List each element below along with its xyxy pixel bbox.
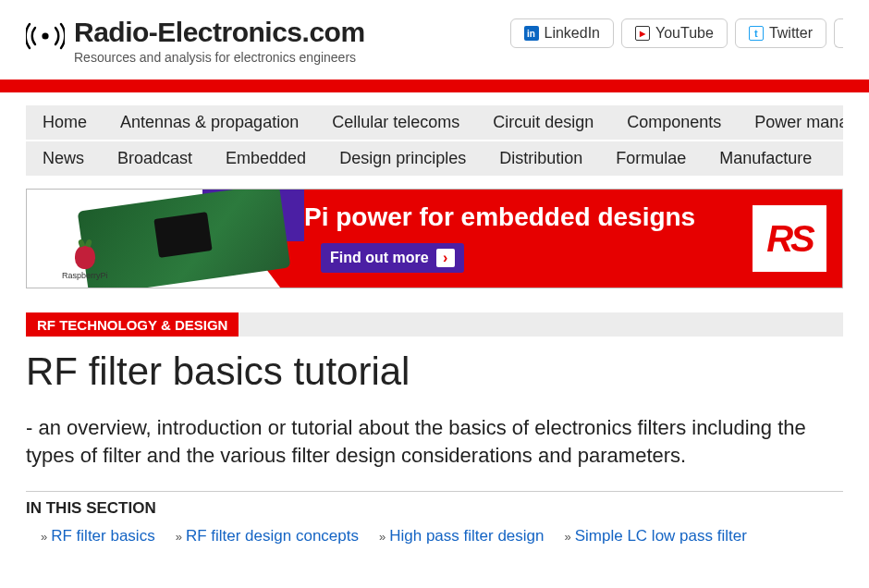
section-link[interactable]: RF filter design concepts: [186, 527, 359, 545]
article: RF filter basics tutorial - an overview,…: [26, 349, 843, 545]
social-more-button[interactable]: [834, 18, 843, 48]
nav-item[interactable]: Home: [26, 105, 104, 140]
raspberry-pi-logo: RaspberryPi: [62, 245, 108, 280]
section-link-item: »Simple LC low pass filter: [564, 527, 746, 545]
cta-label: Find out more: [330, 250, 429, 266]
social-label: YouTube: [655, 25, 714, 42]
ad-banner[interactable]: RaspberryPi Pi power for embedded design…: [26, 189, 843, 288]
youtube-icon: [635, 26, 650, 41]
linkedin-icon: [524, 26, 539, 41]
linkedin-button[interactable]: LinkedIn: [510, 18, 615, 48]
nav-item[interactable]: Broadcast: [101, 141, 209, 176]
social-bar: LinkedIn YouTube Twitter: [510, 17, 844, 48]
section-link-item: »RF filter basics: [41, 527, 155, 545]
section-link-item: »High pass filter design: [379, 527, 545, 545]
radio-wave-icon: [26, 18, 65, 57]
nav-item[interactable]: Embedded: [209, 141, 323, 176]
page-title: RF filter basics tutorial: [26, 349, 843, 394]
banner-cta-button[interactable]: Find out more ›: [321, 243, 464, 273]
site-name: Radio-Electronics.com: [74, 17, 365, 48]
chip-graphic: [153, 212, 212, 258]
banner-headline: Pi power for embedded designs: [304, 202, 695, 232]
pi-label: RaspberryPi: [62, 271, 108, 280]
raspberry-icon: [75, 245, 95, 269]
nav-row-1: HomeAntennas & propagationCellular telec…: [26, 105, 843, 141]
article-subtitle: - an overview, introduction or tutorial …: [26, 414, 843, 469]
nav-item[interactable]: Antennas & propagation: [104, 105, 315, 140]
section-link[interactable]: Simple LC low pass filter: [575, 527, 747, 545]
accent-bar: [0, 80, 869, 92]
chevron-right-double-icon: »: [379, 530, 384, 544]
nav-item[interactable]: Cellular telecoms: [315, 105, 476, 140]
chevron-right-double-icon: »: [176, 530, 180, 544]
section-link-item: »RF filter design concepts: [176, 527, 359, 545]
chevron-right-double-icon: »: [564, 530, 569, 544]
nav-row-2: NewsBroadcastEmbeddedDesign principlesDi…: [26, 141, 843, 176]
category-bar: RF TECHNOLOGY & DESIGN: [26, 312, 843, 337]
site-header: Radio-Electronics.com Resources and anal…: [0, 0, 869, 74]
site-tagline: Resources and analysis for electronics e…: [74, 50, 365, 65]
primary-nav: HomeAntennas & propagationCellular telec…: [26, 105, 843, 176]
chevron-right-double-icon: »: [41, 530, 45, 544]
category-tag[interactable]: RF TECHNOLOGY & DESIGN: [26, 312, 239, 337]
chevron-right-icon: ›: [436, 249, 455, 267]
divider: [26, 491, 843, 492]
section-link[interactable]: High pass filter design: [389, 527, 544, 545]
nav-item[interactable]: Satell: [828, 141, 843, 176]
nav-item[interactable]: Design principles: [323, 141, 483, 176]
nav-item[interactable]: News: [26, 141, 101, 176]
rs-logo: RS: [750, 202, 829, 275]
nav-item[interactable]: Power managemen: [738, 105, 843, 140]
rs-logo-text: RS: [766, 218, 813, 260]
twitter-button[interactable]: Twitter: [735, 18, 826, 48]
social-label: LinkedIn: [545, 25, 601, 42]
nav-item[interactable]: Components: [610, 105, 738, 140]
nav-item[interactable]: Distribution: [483, 141, 599, 176]
youtube-button[interactable]: YouTube: [621, 18, 728, 48]
social-label: Twitter: [769, 25, 813, 42]
twitter-icon: [749, 26, 764, 41]
svg-point-0: [42, 32, 48, 39]
section-links: »RF filter basics»RF filter design conce…: [26, 527, 843, 545]
nav-item[interactable]: Circuit design: [476, 105, 610, 140]
nav-item[interactable]: Formulae: [599, 141, 703, 176]
nav-item[interactable]: Manufacture: [703, 141, 828, 176]
logo-block[interactable]: Radio-Electronics.com Resources and anal…: [26, 17, 365, 65]
section-link[interactable]: RF filter basics: [51, 527, 154, 545]
section-heading: IN THIS SECTION: [26, 499, 843, 518]
